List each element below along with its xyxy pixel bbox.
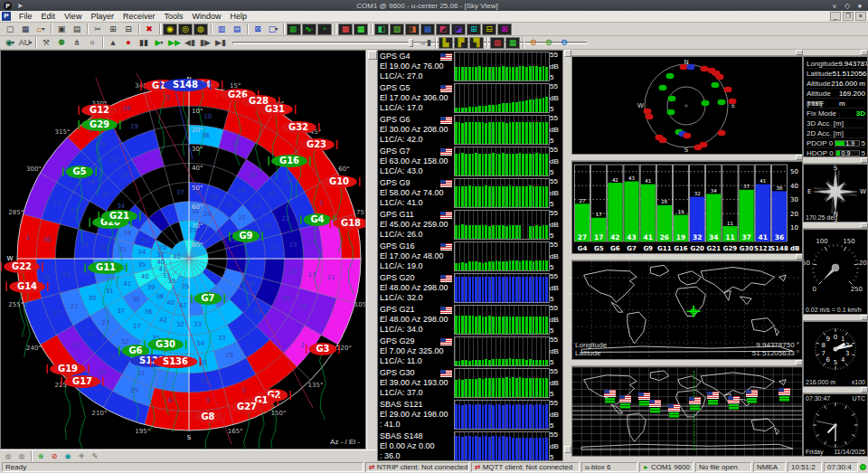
print-preview-button[interactable]: ▤: [70, 24, 84, 35]
table-view-green-button[interactable]: ▦: [354, 24, 368, 35]
find-view-button[interactable]: ◍: [193, 24, 208, 35]
float-button[interactable]: ◇: [843, 2, 852, 10]
tile-horizontal-button[interactable]: ▥: [214, 24, 229, 35]
baudrate-select-button[interactable]: AU▾: [18, 37, 33, 49]
config-gear-2-button[interactable]: ⚙: [542, 37, 556, 49]
view-toggle-8-button[interactable]: ⊟: [482, 24, 496, 35]
menu-edit[interactable]: Edit: [37, 12, 61, 21]
globe-button[interactable]: ⊕: [34, 451, 47, 461]
satellite-entry-G11[interactable]: GPS G11El 45.00 Az 259.00L1C/A: 26.055dB…: [378, 209, 562, 241]
satellite-entry-G20[interactable]: GPS G20El 48.00 Az 298.00L1C/A: 32.055dB…: [378, 272, 562, 304]
satellite-entry-G9[interactable]: GPS G9El 58.00 Az 74.00L1C/A: 41.055dB5: [378, 177, 562, 209]
panel-scroll-strip[interactable]: [803, 222, 868, 229]
signal-strength-chart-panel[interactable]: 10203040502727G41717G54242G64343G74141G9…: [571, 161, 803, 254]
satellite-entry-G21[interactable]: GPS G21El 48.00 Az 298.00L1C/A: 34.055dB…: [378, 304, 562, 336]
new-view-button[interactable]: ▢▾: [266, 24, 280, 35]
view-toggle-5-button[interactable]: ◩: [436, 24, 450, 35]
cut-button[interactable]: ✂: [90, 24, 105, 35]
eject-button[interactable]: ▲: [106, 37, 120, 49]
print-button[interactable]: ▣: [54, 24, 69, 35]
crosshair-button[interactable]: ✛: [75, 451, 88, 461]
altimeter-panel[interactable]: 0123456789 216.000 m x100: [803, 321, 868, 387]
play-button[interactable]: ▶▾: [152, 37, 166, 49]
disconnect-button[interactable]: ⊘: [48, 451, 61, 461]
step-forward-button[interactable]: ▮▶: [198, 37, 212, 49]
step-back-button[interactable]: ◀▮: [183, 37, 197, 49]
record-dot-button[interactable]: ◉: [61, 451, 74, 461]
sky-polar-chart[interactable]: 1038373635173429202431192324223222624171…: [1, 51, 366, 449]
paste-button[interactable]: ⊟: [121, 24, 136, 35]
menu-tools[interactable]: Tools: [159, 12, 187, 21]
message-table-green-button[interactable]: ▦: [505, 37, 520, 49]
panel-scroll-strip[interactable]: [803, 315, 868, 321]
histogram-x-button[interactable]: ▙: [439, 37, 453, 49]
table-view-red-button[interactable]: ▦: [338, 24, 353, 35]
gauge-view-button[interactable]: ◔▾: [317, 24, 332, 35]
satellite-entry-G29[interactable]: GPS G29El 7.00 Az 325.00L1C/A: 11.055dB5: [378, 336, 562, 367]
menu-receiver[interactable]: Receiver: [118, 12, 160, 21]
histogram-y-button[interactable]: ▛: [454, 37, 468, 49]
panel-scroll-strip[interactable]: [803, 387, 868, 393]
fast-forward-button[interactable]: ▶▶: [167, 37, 182, 49]
connection-select-button[interactable]: ◉▾: [3, 37, 17, 49]
menu-window[interactable]: Window: [187, 12, 225, 21]
skip-button[interactable]: ▶▮: [213, 37, 228, 49]
satellite-world-map-panel[interactable]: [571, 366, 803, 457]
mdi-close-button[interactable]: ✕: [855, 12, 866, 21]
close-button[interactable]: ●: [855, 2, 864, 10]
mdi-child-icon[interactable]: P: [2, 12, 11, 21]
panel-scroll-strip[interactable]: [571, 155, 803, 161]
view-toggle-6-button[interactable]: ◪: [451, 24, 466, 35]
tools-button[interactable]: ⚒: [39, 37, 53, 49]
antenna-button[interactable]: ⋔: [70, 37, 84, 49]
view-toggle-1-button[interactable]: ◧: [374, 24, 389, 35]
satellite-entry-G16[interactable]: GPS G16El 17.00 Az 48.00L1C/A: 19.055dB5: [378, 241, 562, 272]
satellite-entry-G7[interactable]: GPS G7El 63.00 Az 158.00L1C/A: 43.055dB5: [378, 146, 562, 177]
panel-scroll-strip[interactable]: [571, 254, 803, 260]
record-button[interactable]: ●: [121, 37, 136, 49]
clock-panel[interactable]: 07:30:47 UTC Friday 11/14/2025: [803, 393, 868, 457]
new-file-button[interactable]: ▢: [3, 24, 17, 35]
view-toggle-7-button[interactable]: ⊞: [467, 24, 481, 35]
view-toggle-2-button[interactable]: ▧: [390, 24, 404, 35]
find-message-button[interactable]: ◉: [163, 24, 177, 35]
view-toggle-9-button[interactable]: ⊠: [497, 24, 512, 35]
open-button[interactable]: ▱▾: [33, 24, 48, 35]
speed-gauge-panel[interactable]: 050100150200250 0.02 m/s = 0.1 km/h: [803, 229, 868, 315]
panel-scroll-strip[interactable]: [571, 50, 803, 56]
histogram-z-button[interactable]: ▜: [469, 37, 484, 49]
constellation-panel[interactable]: NEWS: [571, 56, 803, 155]
chart-view-button[interactable]: ∿▾: [302, 24, 316, 35]
satellite-entry-S148[interactable]: SBAS S148El 0.00 Az 0.00: 36.055dB5: [378, 430, 562, 461]
pause-button[interactable]: ▮▮: [137, 37, 151, 49]
view-toggle-4-button[interactable]: ▩: [420, 24, 435, 35]
menu-file[interactable]: File: [14, 12, 37, 21]
close-view-button[interactable]: ⊠: [250, 24, 265, 35]
copy-button[interactable]: ⊞: [106, 24, 120, 35]
edit-button[interactable]: ✎: [89, 451, 101, 461]
satellite-entry-G30[interactable]: GPS G30El 39.00 Az 193.00L1C/A: 37.055dB…: [378, 367, 562, 399]
config-gear-3-button[interactable]: ⚙: [557, 37, 571, 49]
menu-help[interactable]: Help: [225, 12, 251, 21]
save-button[interactable]: ▦: [18, 24, 33, 35]
sky-view-panel[interactable]: 1038373635173429202431192324223222624171…: [0, 50, 366, 449]
status-circle-2-button[interactable]: ◍: [15, 451, 28, 461]
panel-scroll-strip[interactable]: [803, 157, 868, 164]
satellite-entry-S121[interactable]: SBAS S121El 29.00 Az 198.00: 41.055dB5: [378, 399, 562, 430]
debug-button[interactable]: ⚉: [54, 37, 69, 49]
messages-button[interactable]: ⌗: [85, 37, 99, 49]
mdi-minimize-button[interactable]: _: [830, 12, 841, 21]
map-view-button[interactable]: ▦▾: [287, 24, 301, 35]
tile-vertical-button[interactable]: ▤: [230, 24, 244, 35]
panel-scroll-strip[interactable]: [803, 50, 868, 56]
mdi-restore-button[interactable]: ❐: [843, 12, 854, 21]
view-toggle-3-button[interactable]: ◨: [405, 24, 420, 35]
satellite-list-scrollbar[interactable]: [563, 50, 571, 461]
satellite-list-panel[interactable]: GPS G4El 19.00 Az 76.00L1C/A: 27.055dB5G…: [377, 50, 563, 461]
skip-end-button[interactable]: →▮: [418, 37, 432, 49]
config-gear-1-button[interactable]: ⚙: [526, 37, 541, 49]
status-circle-1-button[interactable]: ◍: [2, 451, 14, 461]
satellite-entry-G6[interactable]: GPS G6El 30.00 Az 208.00L1C/A: 42.055dB5: [378, 114, 562, 146]
satellite-entry-G4[interactable]: GPS G4El 19.00 Az 76.00L1C/A: 27.055dB5: [378, 51, 562, 82]
playback-slider[interactable]: [232, 39, 413, 47]
